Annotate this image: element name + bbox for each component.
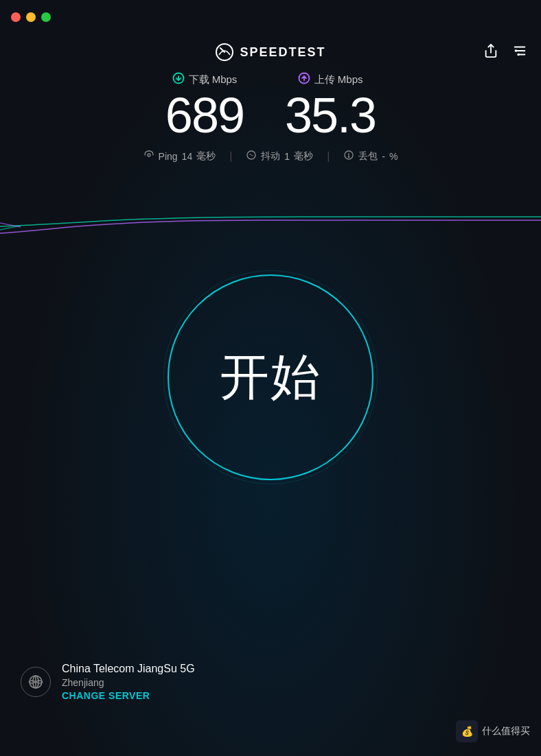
isp-location: Zhenjiang <box>62 677 195 688</box>
app-logo: SPEEDTEST <box>215 43 325 62</box>
upload-value: 35.3 <box>285 91 376 140</box>
download-value: 689 <box>165 91 244 140</box>
start-button-container: 开始 <box>168 274 373 480</box>
jitter-stat: 抖动 1 毫秒 <box>246 150 313 163</box>
upload-icon <box>298 72 310 88</box>
globe-icon <box>21 667 51 697</box>
packet-loss-label: 丢包 <box>358 150 378 163</box>
upload-stat: 上传 Mbps 35.3 <box>285 72 376 140</box>
ping-icon <box>143 150 154 163</box>
svg-point-5 <box>515 49 518 52</box>
watermark-icon: 💰 <box>456 720 478 742</box>
header-actions <box>483 43 527 62</box>
jitter-label: 抖动 <box>261 150 280 163</box>
start-button[interactable]: 开始 <box>168 274 373 480</box>
divider-2: | <box>327 150 330 163</box>
packet-loss-unit: % <box>389 151 398 162</box>
isp-details: China Telecom JiangSu 5G Zhenjiang CHANG… <box>62 663 195 701</box>
jitter-icon <box>246 150 257 163</box>
download-icon <box>172 72 185 88</box>
settings-icon[interactable] <box>512 43 527 62</box>
title-bar <box>0 0 541 34</box>
svg-point-15 <box>349 156 349 157</box>
divider-1: | <box>229 150 232 163</box>
start-button-label: 开始 <box>220 344 321 410</box>
close-button[interactable] <box>11 12 21 22</box>
ping-row: Ping 14 毫秒 | 抖动 1 毫秒 | <box>143 150 398 163</box>
watermark-text: 什么值得买 <box>482 725 530 737</box>
upload-label: 上传 Mbps <box>298 72 363 88</box>
download-label: 下载 Mbps <box>172 72 238 88</box>
share-icon[interactable] <box>483 43 498 62</box>
change-server-button[interactable]: CHANGE SERVER <box>62 690 195 701</box>
ping-unit: 毫秒 <box>196 150 216 163</box>
watermark: 💰 什么值得买 <box>456 720 530 742</box>
jitter-value: 1 <box>284 151 290 162</box>
packet-loss-icon <box>343 150 354 163</box>
download-stat: 下载 Mbps 689 <box>165 72 244 140</box>
stats-section: 下载 Mbps 689 上传 Mbps 35.3 <box>0 72 541 163</box>
packet-loss-value: - <box>382 151 385 162</box>
svg-point-11 <box>148 154 150 156</box>
window-controls <box>11 12 51 22</box>
speed-graph <box>0 185 541 268</box>
minimize-button[interactable] <box>26 12 36 22</box>
speed-row: 下载 Mbps 689 上传 Mbps 35.3 <box>165 72 376 140</box>
graph-svg <box>0 185 541 268</box>
ping-stat: Ping 14 毫秒 <box>143 150 216 163</box>
ping-label: Ping <box>159 151 178 162</box>
app-header: SPEEDTEST <box>0 34 541 70</box>
jitter-unit: 毫秒 <box>294 150 313 163</box>
network-info: China Telecom JiangSu 5G Zhenjiang CHANG… <box>0 663 541 701</box>
svg-point-6 <box>517 53 520 56</box>
packet-loss-stat: 丢包 - % <box>343 150 398 163</box>
logo-text: SPEEDTEST <box>240 45 325 60</box>
speedtest-logo-icon <box>215 43 234 62</box>
maximize-button[interactable] <box>41 12 51 22</box>
ping-value: 14 <box>182 151 193 162</box>
isp-name: China Telecom JiangSu 5G <box>62 663 195 675</box>
